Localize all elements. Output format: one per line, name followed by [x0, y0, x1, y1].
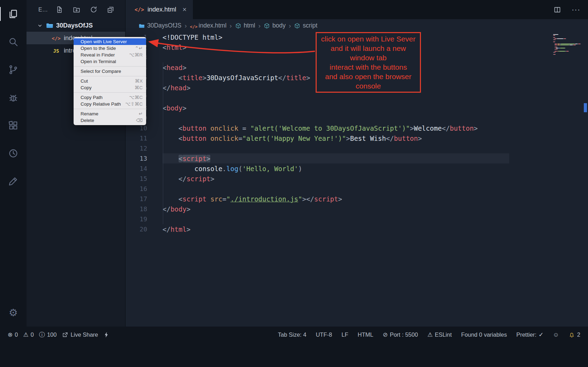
line-number: 18	[126, 205, 163, 213]
folder-icon	[138, 23, 145, 29]
annotation-line: and also open the browser	[318, 72, 419, 81]
bell-icon	[568, 331, 575, 338]
breadcrumb-index-html[interactable]: </>index.html	[190, 22, 227, 29]
menu-separator	[74, 66, 146, 67]
line-number: 20	[126, 225, 163, 233]
activity-explorer[interactable]	[0, 0, 27, 28]
status-css-variables[interactable]: Found 0 variables	[461, 331, 507, 338]
status-live-server-port[interactable]: ⊘Port : 5500	[383, 331, 418, 338]
collapse-all-icon[interactable]	[107, 6, 115, 14]
status-warning-count[interactable]: ⚠0	[23, 331, 33, 338]
activity-run-debug[interactable]	[0, 84, 27, 112]
code-line-7[interactable]: 7	[126, 93, 588, 103]
cube-icon	[264, 23, 270, 29]
status-error-count[interactable]: ⊗0	[8, 331, 18, 338]
breadcrumb-separator: ›	[229, 22, 232, 30]
activity-settings[interactable]: ⚙	[0, 299, 27, 327]
html-file-icon: </>	[190, 23, 196, 29]
html-file-icon: </>	[52, 35, 61, 42]
code-line-13[interactable]: 13 <script>	[126, 153, 588, 163]
code-line-19[interactable]: 19	[126, 214, 588, 224]
menu-item-open-in-terminal[interactable]: Open in Terminal	[74, 58, 146, 65]
menu-item-open-with-live-server[interactable]: Open with Live Server	[74, 38, 146, 45]
menu-item-reveal-in-finder[interactable]: Reveal in Finder⌥⌘R	[74, 52, 146, 58]
code-line-17[interactable]: 17 <script src="./introduction.js"></scr…	[126, 194, 588, 204]
activity-feedback[interactable]	[0, 167, 27, 195]
cube-icon	[235, 23, 241, 29]
status-feedback-smiley[interactable]: ☺	[553, 331, 559, 338]
html-file-icon: </>	[135, 6, 144, 13]
explorer-title: E…	[38, 7, 48, 13]
refresh-icon[interactable]	[90, 6, 98, 14]
activity-search[interactable]	[0, 28, 27, 56]
line-number: 12	[126, 145, 163, 152]
code-line-18[interactable]: 18</body>	[126, 204, 588, 214]
split-editor-icon[interactable]	[553, 6, 561, 14]
annotation-line: and it will launch a new	[318, 44, 419, 53]
annotation-box: click on open with Live Severand it will…	[316, 32, 421, 93]
breadcrumb-separator: ›	[184, 22, 187, 30]
menu-item-delete[interactable]: Delete⌫	[74, 117, 146, 124]
status-eol[interactable]: LF	[341, 331, 348, 338]
code-line-20[interactable]: 20</html>	[126, 224, 588, 234]
line-number: 19	[126, 215, 163, 223]
status-bar: ⊗0⚠0ⓘ100Live Share Tab Size: 4UTF-8LFHTM…	[0, 327, 588, 367]
breadcrumb-script[interactable]: script	[294, 22, 317, 29]
line-number: 17	[126, 195, 163, 202]
activity-source-control[interactable]	[0, 56, 27, 84]
menu-item-cut[interactable]: Cut⌘X	[74, 78, 146, 84]
folder-row-30daysofjs[interactable]: 30DaysOfJS	[27, 19, 125, 32]
line-number: 13	[126, 155, 163, 162]
check-icon: ✓	[538, 331, 543, 338]
breadcrumb-body[interactable]: body	[264, 22, 286, 29]
breadcrumb-30daysofjs[interactable]: 30DaysOfJS	[138, 22, 181, 29]
more-icon[interactable]: ···	[572, 6, 580, 14]
menu-item-copy-path[interactable]: Copy Path⌥⌘C	[74, 94, 146, 101]
annotation-line: interact with the buttons	[318, 62, 419, 72]
code-line-16[interactable]: 16	[126, 184, 588, 194]
status-language-mode[interactable]: HTML	[357, 331, 373, 338]
code-line-9[interactable]: 9	[126, 113, 588, 123]
annotation-line: console	[318, 81, 419, 91]
activity-history[interactable]	[0, 139, 27, 167]
overview-ruler-decoration	[584, 103, 587, 112]
cube-icon	[294, 23, 300, 29]
code-line-14[interactable]: 14 console.log('Hello, World')	[126, 163, 588, 174]
tab-bar: </>index.html× ···	[126, 0, 588, 19]
status-prettier[interactable]: Prettier:✓	[516, 331, 543, 338]
tab-label: index.html	[148, 6, 176, 13]
status-encoding[interactable]: UTF-8	[316, 331, 332, 338]
new-folder-icon[interactable]	[73, 6, 81, 14]
activity-bar: ⚙	[0, 0, 27, 327]
activity-extensions[interactable]	[0, 112, 27, 139]
line-number: 14	[126, 165, 163, 172]
menu-item-rename[interactable]: Rename↵	[74, 110, 146, 117]
code-line-11[interactable]: 11 <button onclick="alert('Happy New Yea…	[126, 133, 588, 143]
status-notifications-bell[interactable]: 2	[568, 331, 580, 338]
folder-label: 30DaysOfJS	[56, 22, 93, 29]
annotation-line: click on open with Live Sever	[318, 34, 419, 44]
minimap[interactable]	[553, 34, 583, 55]
debug-icon	[8, 92, 18, 103]
line-number: 16	[126, 185, 163, 192]
code-line-15[interactable]: 15 </script>	[126, 174, 588, 184]
menu-item-copy[interactable]: Copy⌘C	[74, 84, 146, 91]
chevron-down-icon	[37, 23, 43, 29]
menu-item-select-for-compare[interactable]: Select for Compare	[74, 68, 146, 75]
menu-item-copy-relative-path[interactable]: Copy Relative Path⌥⇧⌘C	[74, 101, 146, 107]
new-file-icon[interactable]	[55, 6, 63, 14]
status-info-count[interactable]: ⓘ100	[39, 331, 57, 338]
code-line-8[interactable]: 8<body>	[126, 103, 588, 113]
code-line-12[interactable]: 12	[126, 143, 588, 153]
status-lightning[interactable]	[103, 331, 110, 338]
tab-index-html[interactable]: </>index.html×	[126, 0, 193, 19]
code-line-10[interactable]: 10 <button onclick = "alert('Welcome to …	[126, 123, 588, 133]
status-live-share[interactable]: Live Share	[62, 331, 98, 338]
line-number: 10	[126, 124, 163, 132]
close-icon[interactable]: ×	[182, 6, 187, 14]
js-file-icon: JS	[52, 47, 61, 54]
menu-item-open-to-the-side[interactable]: Open to the Side⌃↵	[74, 45, 146, 52]
status-eslint[interactable]: ⚠ESLint	[427, 331, 452, 338]
status-tab-size[interactable]: Tab Size: 4	[278, 331, 307, 338]
breadcrumb-html[interactable]: html	[235, 22, 255, 29]
